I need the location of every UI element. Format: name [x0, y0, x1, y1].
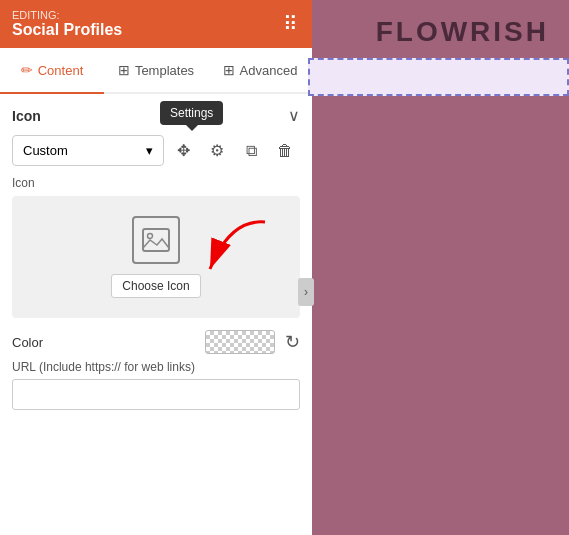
svg-point-1 [148, 234, 153, 239]
collapse-panel-button[interactable]: › [298, 278, 314, 306]
color-label: Color [12, 335, 43, 350]
right-panel: FLOWRISH › [312, 0, 569, 535]
settings-tooltip: Settings [160, 101, 223, 125]
delete-icon: 🗑 [277, 142, 293, 160]
panel-title: Social Profiles [12, 21, 122, 39]
settings-tooltip-text: Settings [170, 106, 213, 120]
tab-bar: ✏ Content ⊞ Templates ⊞ Advanced [0, 48, 312, 94]
icon-type-dropdown[interactable]: Custom ▾ [12, 135, 164, 166]
gear-icon: ⚙ [210, 141, 224, 160]
editing-label: EDITING: [12, 9, 122, 21]
choose-icon-label: Choose Icon [122, 279, 189, 293]
header-left: EDITING: Social Profiles [12, 9, 122, 39]
left-panel: EDITING: Social Profiles ⠿ ✏ Content ⊞ T… [0, 0, 312, 535]
advanced-tab-label: Advanced [240, 63, 298, 78]
red-arrow-indicator [190, 214, 270, 284]
color-palette-icon[interactable]: ↻ [285, 331, 300, 353]
brand-name: FLOWRISH [376, 0, 569, 48]
toolbar-row: Settings Custom ▾ ✥ ⚙ ⧉ 🗑 [12, 135, 300, 166]
settings-button[interactable]: ⚙ [202, 136, 232, 166]
delete-button[interactable]: 🗑 [270, 136, 300, 166]
choose-icon-button[interactable]: Choose Icon [111, 274, 200, 298]
dropdown-arrow-icon: ▾ [146, 143, 153, 158]
icon-subsection-label: Icon [12, 176, 300, 190]
collapse-arrow-icon: › [304, 285, 308, 299]
tab-content[interactable]: ✏ Content [0, 48, 104, 94]
templates-tab-icon: ⊞ [118, 62, 130, 78]
section-chevron-icon[interactable]: ∨ [288, 106, 300, 125]
tab-advanced[interactable]: ⊞ Advanced [208, 48, 312, 94]
templates-tab-label: Templates [135, 63, 194, 78]
section-header: Icon ∨ [12, 106, 300, 125]
svg-rect-0 [143, 229, 169, 251]
grid-dots-icon[interactable]: ⠿ [283, 12, 300, 36]
image-placeholder-icon [140, 224, 172, 256]
color-swatch[interactable] [205, 330, 275, 354]
copy-button[interactable]: ⧉ [236, 136, 266, 166]
tab-templates[interactable]: ⊞ Templates [104, 48, 208, 94]
move-button[interactable]: ✥ [168, 136, 198, 166]
content-tab-label: Content [38, 63, 84, 78]
content-tab-icon: ✏ [21, 62, 33, 78]
section-label: Icon [12, 108, 41, 124]
dropdown-value: Custom [23, 143, 68, 158]
dashed-selection-box [308, 58, 569, 96]
url-label: URL (Include https:// for web links) [12, 360, 300, 374]
content-area: Icon ∨ Settings Custom ▾ ✥ ⚙ ⧉ 🗑 [0, 94, 312, 535]
copy-icon: ⧉ [246, 142, 257, 160]
url-input[interactable] [12, 379, 300, 410]
advanced-tab-icon: ⊞ [223, 62, 235, 78]
icon-placeholder [132, 216, 180, 264]
header: EDITING: Social Profiles ⠿ [0, 0, 312, 48]
icon-box: Choose Icon [12, 196, 300, 318]
color-row: Color ↻ [12, 330, 300, 354]
move-icon: ✥ [177, 141, 190, 160]
